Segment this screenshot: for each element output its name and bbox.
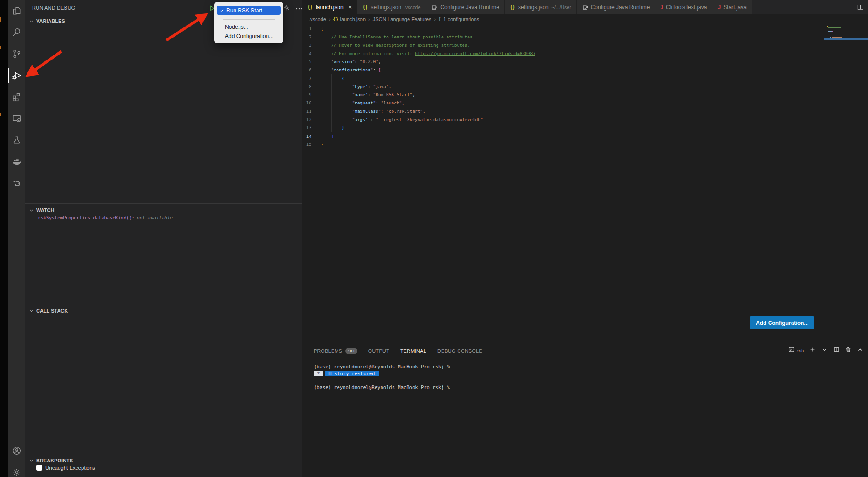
activity-source-control-icon[interactable] bbox=[8, 43, 25, 65]
terminal-line: * History restored bbox=[314, 370, 859, 377]
termbox-icon bbox=[788, 346, 795, 355]
code-text: "name": "Run RSK Start", bbox=[321, 91, 415, 99]
panel-tab-problems[interactable]: PROBLEMS1K+ bbox=[314, 342, 357, 360]
code-text: } bbox=[321, 124, 344, 132]
code-line-6[interactable]: 6 "configurations": [ bbox=[302, 66, 868, 74]
breadcrumb-label: configurations bbox=[448, 16, 480, 22]
json-icon: {} bbox=[510, 5, 515, 10]
shell-selector[interactable]: zsh bbox=[788, 346, 804, 355]
code-line-9[interactable]: 9 "name": "Run RSK Start", bbox=[302, 91, 868, 99]
terminal-output[interactable]: (base) reynoldmorel@Reynolds-MacBook-Pro… bbox=[314, 363, 859, 391]
activity-search-icon[interactable] bbox=[8, 22, 25, 43]
activity-docker-icon[interactable] bbox=[8, 151, 25, 172]
code-text: { bbox=[321, 25, 323, 33]
desktop-edge-strip bbox=[0, 0, 8, 477]
watch-section-header[interactable]: WATCH bbox=[25, 203, 302, 213]
call-stack-section-header[interactable]: CALL STACK bbox=[25, 304, 302, 313]
chevron-down-icon bbox=[29, 308, 34, 313]
activity-accounts-icon[interactable] bbox=[8, 440, 25, 461]
code-line-13[interactable]: 13 } bbox=[302, 124, 868, 132]
tab-configure-java-runtime[interactable]: Configure Java Runtime bbox=[426, 0, 505, 14]
code-line-4[interactable]: 4 // For more information, visit: https:… bbox=[302, 49, 868, 58]
panel-tab-output[interactable]: OUTPUT bbox=[368, 342, 389, 360]
code-line-1[interactable]: 1{ bbox=[302, 25, 868, 33]
left-edge-accent bbox=[0, 17, 1, 22]
open-launch-json-gear-icon[interactable] bbox=[283, 4, 290, 11]
panel-tab-label: PROBLEMS bbox=[314, 348, 342, 354]
tab-description: ~/.../User bbox=[551, 5, 571, 10]
code-line-7[interactable]: 7 { bbox=[302, 74, 868, 82]
menu-item-add-configuration[interactable]: Add Configuration... bbox=[214, 32, 283, 41]
code-text: "version": "0.2.0", bbox=[321, 58, 381, 66]
line-number: 6 bbox=[302, 66, 311, 74]
activity-gradle-icon[interactable] bbox=[8, 172, 25, 194]
menu-item-node-js[interactable]: Node.js... bbox=[214, 22, 283, 32]
terminal-profile-dropdown[interactable] bbox=[821, 346, 828, 355]
activity-run-and-debug-icon[interactable] bbox=[8, 65, 25, 86]
java-runtime-icon bbox=[582, 4, 588, 11]
tab-settings-json[interactable]: {}settings.json~/.../User bbox=[505, 0, 577, 14]
terminal-line: (base) reynoldmorel@Reynolds-MacBook-Pro… bbox=[314, 384, 859, 391]
more-actions-icon[interactable] bbox=[295, 5, 303, 12]
code-line-5[interactable]: 5 "version": "0.2.0", bbox=[302, 58, 868, 66]
code-editor[interactable]: 1{2 // Use IntelliSense to learn about p… bbox=[302, 25, 868, 148]
new-terminal-button[interactable] bbox=[809, 346, 816, 355]
panel-tab-terminal[interactable]: TERMINAL bbox=[400, 342, 426, 360]
tab-label: Configure Java Runtime bbox=[591, 4, 650, 11]
sidebar-title: RUN AND DEBUG bbox=[32, 5, 75, 11]
breadcrumb-item-vscode[interactable]: .vscode bbox=[309, 16, 326, 22]
split-terminal-button[interactable] bbox=[833, 346, 840, 355]
tab-clitoolstest-java[interactable]: JCliToolsTest.java bbox=[655, 0, 712, 14]
code-line-8[interactable]: 8 "type": "java", bbox=[302, 82, 868, 91]
call-stack-section-label: CALL STACK bbox=[36, 308, 68, 313]
tab-launch-json[interactable]: {}launch.json× bbox=[302, 0, 357, 14]
add-configuration-button[interactable]: Add Configuration... bbox=[750, 316, 814, 329]
code-line-11[interactable]: 11 "mainClass": "co.rsk.Start", bbox=[302, 107, 868, 115]
code-line-12[interactable]: 12 "args" : "--regtest -Xkeyvalue.dataso… bbox=[302, 115, 868, 124]
breadcrumb-item-launch-json[interactable]: {}launch.json bbox=[333, 16, 366, 22]
maximize-panel-button[interactable] bbox=[857, 346, 863, 355]
indent-guide bbox=[342, 82, 342, 124]
history-star-badge: * bbox=[314, 371, 323, 376]
code-text: "args" : "--regtest -Xkeyvalue.datasourc… bbox=[321, 115, 483, 124]
watch-expression-row[interactable]: rskSystemProperties.databaseKind():not a… bbox=[38, 215, 173, 220]
breadcrumb-item-configurations[interactable]: [ ]configurations bbox=[438, 16, 479, 22]
breakpoints-section-header[interactable]: BREAKPOINTS bbox=[25, 454, 302, 463]
uncaught-exceptions-checkbox[interactable] bbox=[36, 465, 42, 471]
uncaught-exceptions-label: Uncaught Exceptions bbox=[45, 465, 95, 471]
minimap-current-line-highlight bbox=[824, 38, 868, 40]
left-edge-accent bbox=[0, 46, 1, 49]
code-line-15[interactable]: 15} bbox=[302, 140, 868, 148]
code-line-2[interactable]: 2 // Use IntelliSense to learn about pos… bbox=[302, 33, 868, 41]
code-line-14[interactable]: 14 ] bbox=[302, 132, 868, 140]
menu-item-run-rsk-start[interactable]: Run RSK Start bbox=[217, 6, 281, 15]
code-line-10[interactable]: 10 "request": "launch", bbox=[302, 99, 868, 107]
terminal-controls: zsh bbox=[788, 346, 863, 355]
tab-label: Start.java bbox=[723, 4, 747, 11]
panel-tab-debug-console[interactable]: DEBUG CONSOLE bbox=[437, 342, 482, 360]
activity-extensions-icon[interactable] bbox=[8, 86, 25, 108]
activity-remote-explorer-icon[interactable] bbox=[8, 108, 25, 129]
chevron-down-icon bbox=[29, 208, 34, 213]
uncaught-exceptions-row[interactable]: Uncaught Exceptions bbox=[36, 465, 95, 471]
line-number: 10 bbox=[302, 99, 311, 107]
breadcrumb-item-json-language-features[interactable]: JSON Language Features bbox=[373, 16, 431, 22]
tab-label: launch.json bbox=[316, 4, 344, 11]
activity-explorer-icon[interactable] bbox=[8, 0, 25, 22]
tab-configure-java-runtime[interactable]: Configure Java Runtime bbox=[577, 0, 655, 14]
kill-terminal-button[interactable] bbox=[845, 346, 852, 355]
checkmark-icon bbox=[219, 8, 224, 13]
activity-settings-icon[interactable] bbox=[8, 461, 25, 477]
plus-icon bbox=[809, 346, 816, 355]
variables-section-header[interactable]: VARIABLES bbox=[29, 18, 65, 24]
code-line-3[interactable]: 3 // Hover to view descriptions of exist… bbox=[302, 41, 868, 49]
tab-settings-json[interactable]: {}settings.json.vscode bbox=[357, 0, 426, 14]
line-number: 15 bbox=[302, 140, 311, 148]
activity-testing-icon[interactable] bbox=[8, 129, 25, 151]
code-text: } bbox=[321, 140, 323, 148]
close-icon[interactable]: × bbox=[349, 4, 352, 11]
chevdown-icon bbox=[821, 346, 828, 355]
line-number: 5 bbox=[302, 58, 311, 66]
split-editor-button[interactable] bbox=[852, 0, 868, 14]
tab-start-java[interactable]: JStart.java bbox=[712, 0, 752, 14]
